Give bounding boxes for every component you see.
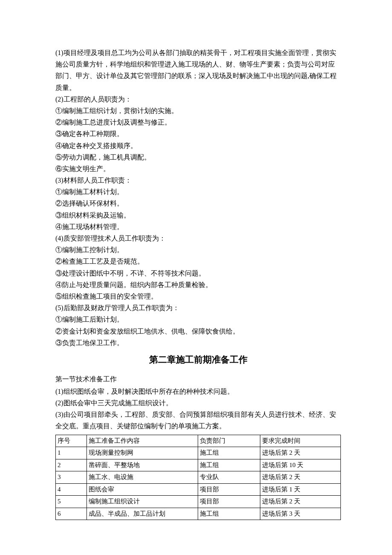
preparation-table: 序号施工准备工作内容负责部门要求完成时间1现场测量控制网施工组进场后第 2 天2… bbox=[55, 435, 341, 520]
paragraph: ①编制施工组织计划，贯彻计划的实施。 bbox=[55, 105, 341, 116]
table-cell: 施工水、电设施 bbox=[86, 471, 198, 484]
paragraph: ③处理设计图纸中不明，不详、不符等技术问题。 bbox=[55, 267, 341, 279]
paragraph: (5)后勤部及财政厅管理人员工作职责为： bbox=[55, 302, 341, 314]
paragraph: ④施工现场材料管理。 bbox=[55, 221, 341, 232]
paragraph: (4)质安部管理技术人员工作职责为： bbox=[55, 232, 341, 244]
table-cell: 图纸会审 bbox=[86, 483, 198, 496]
paragraph: ②编制施工总进度计划及调整与修正。 bbox=[55, 116, 341, 128]
table-cell: 1 bbox=[56, 447, 87, 459]
table-row: 4图纸会审项目部进场后第 1 天 bbox=[56, 483, 341, 496]
table-cell: 2 bbox=[56, 459, 87, 471]
table-cell: 编制施工组织设计 bbox=[86, 496, 198, 508]
section-paragraph: (1)组织图纸会审，及时解决图纸中所存在的种种技术问题。 bbox=[55, 386, 341, 397]
table-cell: 4 bbox=[56, 483, 87, 496]
table-header-cell: 序号 bbox=[56, 435, 87, 447]
paragraph: ⑥实施文明生产。 bbox=[55, 163, 341, 174]
paragraph: ②选择确认环保材料。 bbox=[55, 198, 341, 209]
table-cell: 凿碎面、平整场地 bbox=[86, 459, 198, 471]
paragraph: ②资金计划和资金发放组织工地供水、供电、保障饮食供给。 bbox=[55, 325, 341, 337]
table-cell: 专业队 bbox=[198, 471, 260, 484]
table-cell: 进场后第 2 天 bbox=[260, 471, 340, 484]
table-cell: 进场后第 1 天 bbox=[260, 483, 340, 496]
paragraph: ④确定各种交叉搭接顺序。 bbox=[55, 140, 341, 151]
table-cell: 现场测量控制网 bbox=[86, 447, 198, 459]
table-row: 6成品、半成品、加工品计划施工组进场后第 3 天 bbox=[56, 508, 341, 520]
paragraph: ①编制施工材料计划。 bbox=[55, 186, 341, 198]
body-paragraphs: (1)项目经理及项目总工均为公司从各部门抽取的精英骨干，对工程项目实施全面管理，… bbox=[55, 47, 341, 349]
section-paragraph: (2)图纸会审中三天完成施工组织设计。 bbox=[55, 397, 341, 409]
table-cell: 进场后第 10 天 bbox=[260, 459, 340, 471]
paragraph: (1)项目经理及项目总工均为公司从各部门抽取的精英骨干，对工程项目实施全面管理，… bbox=[55, 47, 341, 93]
paragraph: ⑤劳动力调配，施工机具调配。 bbox=[55, 151, 341, 163]
table-cell: 进场后第 2 天 bbox=[260, 447, 340, 459]
paragraph: ④防止与处理质量问题。组织内部各工种质量检验。 bbox=[55, 279, 341, 291]
paragraph: ③确定各种工种期限。 bbox=[55, 128, 341, 139]
table-cell: 进场后第 3 天 bbox=[260, 508, 340, 520]
table-row: 5编制施工组织设计项目部进场后第 2 天 bbox=[56, 496, 341, 508]
table-header-cell: 施工准备工作内容 bbox=[86, 435, 198, 447]
table-cell: 项目部 bbox=[198, 483, 260, 496]
table-cell: 施工组 bbox=[198, 447, 260, 459]
table-cell: 进场后第 2 天 bbox=[260, 496, 340, 508]
paragraph: ⑤组织检查施工项目的安全管理。 bbox=[55, 291, 341, 302]
table-cell: 成品、半成品、加工品计划 bbox=[86, 508, 198, 520]
table-cell: 项目部 bbox=[198, 496, 260, 508]
table-header-cell: 负责部门 bbox=[198, 435, 260, 447]
paragraph: ③组织材料采购及运输。 bbox=[55, 209, 341, 221]
paragraph: ③负责工地保卫工作。 bbox=[55, 337, 341, 349]
table-header-cell: 要求完成时间 bbox=[260, 435, 340, 447]
table-cell: 5 bbox=[56, 496, 87, 508]
table-cell: 3 bbox=[56, 471, 87, 484]
table-row: 1现场测量控制网施工组进场后第 2 天 bbox=[56, 447, 341, 459]
section-title: 第一节技术准备工作 bbox=[55, 373, 341, 385]
paragraph: (3)材料部人员工作职责： bbox=[55, 174, 341, 186]
paragraph: ①编制施工控制计划。 bbox=[55, 244, 341, 256]
table-row: 3施工水、电设施专业队进场后第 2 天 bbox=[56, 471, 341, 484]
table-header-row: 序号施工准备工作内容负责部门要求完成时间 bbox=[56, 435, 341, 447]
paragraph: (2)工程部的人员职责为： bbox=[55, 93, 341, 105]
section-paragraphs: (1)组织图纸会审，及时解决图纸中所存在的种种技术问题。(2)图纸会审中三天完成… bbox=[55, 386, 341, 432]
table-cell: 施工组 bbox=[198, 508, 260, 520]
paragraph: ②检查施工工艺及是否规范。 bbox=[55, 256, 341, 267]
chapter-title: 第二章施工前期准备工作 bbox=[55, 352, 341, 367]
table-cell: 施工组 bbox=[198, 459, 260, 471]
table-cell: 6 bbox=[56, 508, 87, 520]
table-row: 2凿碎面、平整场地施工组进场后第 10 天 bbox=[56, 459, 341, 471]
section-paragraph: (3)由公司项目部牵头，工程部、质安部、合同预算部组织项目部有关人员进行技术、经… bbox=[55, 409, 341, 432]
paragraph: ①编制施工后勤计划。 bbox=[55, 314, 341, 325]
